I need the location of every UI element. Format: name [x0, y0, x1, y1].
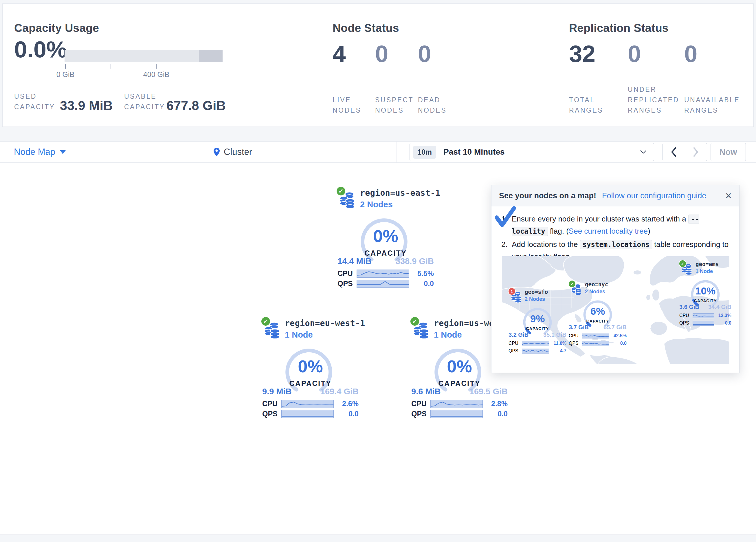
capacity-tick: [65, 64, 66, 69]
capacity-tick-label-0: 0 GiB: [42, 70, 89, 79]
node-map-canvas: ✓ region=us-east-1 2 Nodes 0% CAPACITY 1…: [0, 163, 756, 534]
close-icon[interactable]: ×: [725, 190, 732, 201]
qps-value: 0.0: [409, 280, 434, 288]
cpu-sparkline: [522, 341, 549, 346]
capacity-tick-label-400: 400 GiB: [133, 70, 179, 79]
qps-sparkline: [522, 349, 549, 354]
now-button[interactable]: Now: [711, 143, 746, 161]
cluster-overview-screen: Capacity Usage 0.0% 0 GiB 400 GiB USED C…: [0, 0, 756, 542]
locality-node-count-link[interactable]: 1 Node: [434, 330, 462, 340]
qps-sparkline: [582, 341, 609, 346]
used-capacity-label: USED CAPACITY: [14, 91, 63, 112]
total-value: 35.1 GiB: [543, 332, 566, 338]
usable-capacity-value: 677.8 GiB: [166, 98, 226, 113]
breadcrumb-label: Cluster: [224, 147, 252, 157]
total-value: 34.4 GiB: [708, 304, 731, 311]
time-range-select[interactable]: 10m Past 10 Minutes: [410, 143, 654, 161]
capacity-tick: [111, 64, 111, 69]
chevron-right-icon: [693, 147, 699, 157]
locality-node-count-link[interactable]: 1 Node: [285, 330, 313, 340]
bottom-strip: [0, 534, 756, 542]
used-value: 9.6 MiB: [411, 387, 441, 396]
popup-title: See your nodes on a map!: [499, 191, 596, 200]
locality-node-count-link[interactable]: 2 Nodes: [585, 289, 605, 295]
replication-status-title: Replication Status: [569, 22, 669, 34]
capacity-bar-other-segment: [199, 50, 223, 62]
locality-title: geo=ams: [696, 261, 719, 267]
capacity-tick: [202, 64, 202, 69]
cpu-sparkline: [281, 400, 334, 408]
cpu-label: CPU: [569, 333, 582, 339]
dead-nodes-count: 0: [418, 42, 431, 66]
suspect-nodes-count: 0: [375, 42, 388, 66]
cpu-value: 2.8%: [483, 400, 508, 408]
total-value: 338.9 GiB: [396, 256, 434, 266]
used-value: 3.7 GiB: [569, 324, 589, 331]
capacity-gauge-label: CAPACITY: [336, 249, 436, 257]
capacity-usage-title: Capacity Usage: [14, 22, 99, 34]
cpu-value: 11.0%: [549, 341, 566, 346]
qps-value: 0.0: [334, 410, 359, 418]
popup-header: See your nodes on a map! Follow our conf…: [491, 185, 739, 206]
capacity-gauge-percent: 10%: [679, 286, 731, 296]
under-replicated-count: 0: [628, 42, 641, 66]
nodes-on-map-popup: See your nodes on a map! Follow our conf…: [491, 185, 740, 373]
view-selector-dropdown[interactable]: Node Map: [14, 141, 66, 162]
capacity-gauge-label: CAPACITY: [679, 299, 731, 303]
breadcrumb[interactable]: Cluster: [214, 141, 252, 162]
qps-sparkline: [430, 410, 483, 418]
qps-label: QPS: [679, 321, 693, 326]
time-prev-button[interactable]: [663, 143, 685, 161]
locality-title: geo=sfo: [525, 289, 548, 295]
locality-tree-link[interactable]: See current locality tree: [569, 227, 648, 235]
check-icon: [493, 205, 518, 229]
view-selector-label: Node Map: [14, 147, 55, 157]
node-status-title: Node Status: [333, 22, 399, 34]
locality-node-count-link[interactable]: 2 Nodes: [360, 200, 393, 209]
map-toolbar: Node Map Cluster 10m Past 10 Minutes Now: [0, 141, 756, 163]
map-pin-icon: [214, 148, 220, 156]
cpu-sparkline: [582, 334, 609, 339]
cluster-summary-card: Capacity Usage 0.0% 0 GiB 400 GiB USED C…: [2, 3, 754, 127]
cpu-sparkline: [693, 313, 714, 318]
locality-title: geo=nyc: [585, 281, 608, 288]
capacity-bar: [65, 50, 223, 62]
capacity-gauge-percent: 0%: [336, 227, 436, 245]
cpu-sparkline: [357, 269, 409, 278]
qps-value: 0.0: [609, 341, 627, 346]
capacity-tick: [156, 64, 157, 69]
used-value: 3.6 GiB: [679, 304, 699, 311]
time-pager: [663, 143, 707, 161]
cpu-value: 12.3%: [714, 313, 731, 318]
capacity-gauge-percent: 6%: [569, 306, 627, 316]
unavailable-count: 0: [684, 42, 698, 66]
total-ranges-label: TOTAL RANGES: [569, 95, 607, 115]
popup-body: 1. Ensure every node in your cluster was…: [491, 206, 739, 262]
cpu-label: CPU: [337, 269, 357, 278]
unavailable-label: UNAVAILABLE RANGES: [684, 95, 742, 115]
used-value: 3.2 GiB: [509, 332, 529, 338]
locality-node-count-link[interactable]: 2 Nodes: [525, 296, 545, 302]
time-next-button[interactable]: [685, 143, 707, 161]
popup-step-1: 1. Ensure every node in your cluster was…: [501, 213, 731, 237]
qps-value: 4.7: [549, 348, 566, 354]
cpu-value: 2.6%: [334, 400, 359, 408]
live-nodes-label: LIVE NODES: [333, 95, 367, 115]
capacity-percent: 0.0%: [14, 38, 67, 61]
locality-node-count-link[interactable]: 1 Node: [696, 268, 713, 275]
configuration-guide-link[interactable]: Follow our configuration guide: [602, 191, 706, 200]
used-value: 14.4 MiB: [337, 256, 372, 266]
code-chip: system.locations: [580, 240, 652, 249]
status-ok-icon: ✓: [410, 316, 420, 327]
status-ok-icon: ✓: [260, 316, 271, 327]
qps-sparkline: [281, 410, 334, 418]
qps-value: 0.0: [483, 410, 508, 418]
used-value: 9.9 MiB: [262, 387, 292, 396]
status-ok-icon: ✓: [679, 260, 687, 267]
chevron-down-icon: [640, 150, 647, 154]
capacity-gauge-label: CAPACITY: [260, 379, 360, 388]
capacity-gauge-percent: 0%: [260, 358, 360, 375]
cpu-sparkline: [430, 400, 483, 408]
used-capacity-value: 33.9 MiB: [60, 98, 113, 113]
total-ranges-count: 32: [569, 42, 595, 66]
